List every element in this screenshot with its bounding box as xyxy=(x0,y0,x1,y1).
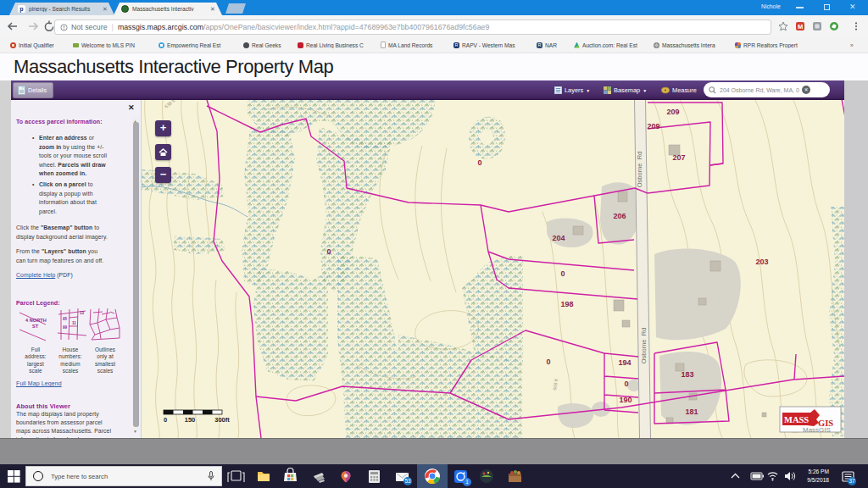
svg-text:4 NORTH: 4 NORTH xyxy=(25,318,47,323)
svg-text:M: M xyxy=(798,23,803,30)
svg-text:ST: ST xyxy=(32,324,39,329)
svg-text:MASS: MASS xyxy=(784,415,809,424)
svg-text:0: 0 xyxy=(560,269,565,278)
svg-text:181: 181 xyxy=(685,408,698,416)
svg-text:Osborne Rd: Osborne Rd xyxy=(640,328,648,364)
svg-text:300ft: 300ft xyxy=(214,416,230,424)
svg-text:0: 0 xyxy=(164,416,167,424)
svg-text:190: 190 xyxy=(619,396,632,404)
svg-text:MassGIS: MassGIS xyxy=(803,426,831,434)
svg-text:95: 95 xyxy=(63,317,68,321)
svg-text:13: 13 xyxy=(80,311,85,315)
svg-text:209: 209 xyxy=(647,122,659,130)
svg-text:Osborne Rd: Osborne Rd xyxy=(636,152,643,188)
svg-text:53: 53 xyxy=(404,478,411,484)
svg-text:0: 0 xyxy=(326,247,331,256)
svg-text:0: 0 xyxy=(546,358,550,366)
svg-text:204: 204 xyxy=(552,234,565,242)
svg-text:11: 11 xyxy=(72,321,76,325)
svg-text:194: 194 xyxy=(618,358,631,367)
svg-text:206: 206 xyxy=(613,212,626,220)
svg-text:99: 99 xyxy=(63,325,68,330)
svg-text:1: 1 xyxy=(465,479,469,485)
svg-text:37: 37 xyxy=(849,478,855,484)
svg-text:183: 183 xyxy=(681,370,693,379)
svg-text:209: 209 xyxy=(666,108,679,116)
svg-text:0: 0 xyxy=(477,158,481,167)
svg-text:150: 150 xyxy=(185,416,196,424)
svg-text:207: 207 xyxy=(672,153,685,162)
svg-text:203: 203 xyxy=(755,258,768,266)
svg-text:0: 0 xyxy=(624,380,628,388)
svg-text:198: 198 xyxy=(560,300,573,308)
